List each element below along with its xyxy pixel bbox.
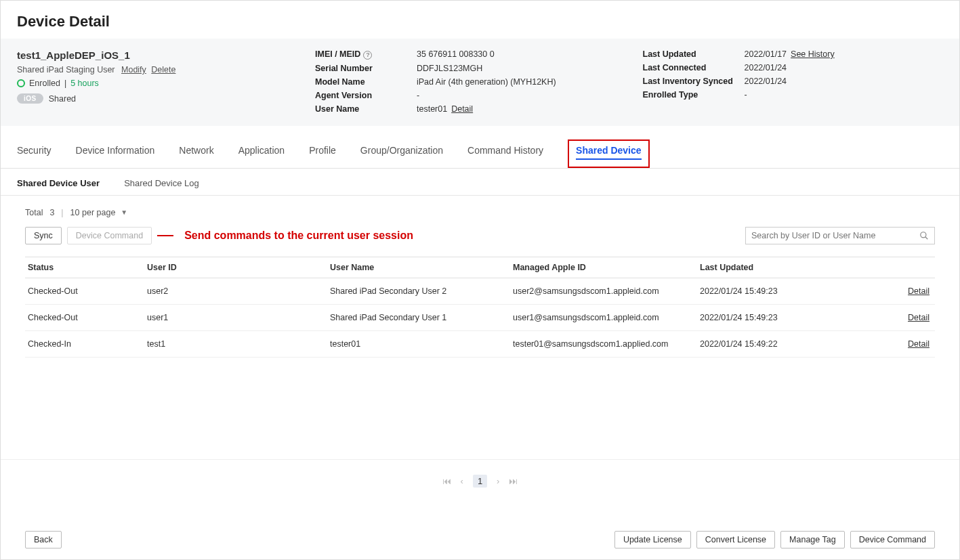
imei-value: 35 676911 008330 0 (417, 49, 495, 60)
col-detail (862, 263, 935, 272)
inventory-value: 2022/01/24 (745, 77, 787, 86)
tab-application[interactable]: Application (238, 138, 285, 168)
cell-apple-id: user2@samsungsdscom1.appleid.com (513, 286, 700, 296)
svg-point-0 (921, 232, 926, 237)
cell-user-id: test1 (147, 339, 330, 349)
device-summary: test1_AppleDEP_iOS_1 Shared iPad Staging… (1, 39, 959, 126)
page-next-icon[interactable]: › (497, 476, 499, 486)
tab-security[interactable]: Security (17, 138, 51, 168)
svg-line-1 (925, 236, 928, 239)
col-apple-id: Managed Apple ID (513, 263, 700, 272)
per-page-label: 10 per page (70, 208, 116, 217)
col-last-updated: Last Updated (700, 263, 862, 272)
os-badge: iOS (17, 93, 43, 104)
subtab-shared-device-log[interactable]: Shared Device Log (124, 178, 199, 188)
user-value: tester01 (417, 104, 447, 114)
page-first-icon[interactable]: ⏮ (442, 476, 451, 486)
callout-text: Send commands to the current user sessio… (184, 230, 413, 242)
staging-user: Shared iPad Staging User (17, 65, 115, 74)
col-status: Status (25, 263, 147, 272)
row-detail-link[interactable]: Detail (908, 313, 930, 322)
sub-tabs: Shared Device User Shared Device Log (1, 169, 959, 196)
help-icon[interactable]: ? (363, 51, 372, 60)
separator: | (64, 79, 66, 88)
footer-actions: Back Update License Convert License Mana… (1, 531, 959, 548)
table-header: Status User ID User Name Managed Apple I… (25, 257, 935, 278)
back-button[interactable]: Back (25, 531, 62, 548)
tab-device-information[interactable]: Device Information (76, 138, 155, 168)
col-user-name: User Name (330, 263, 513, 272)
sync-button[interactable]: Sync (25, 227, 62, 244)
search-box[interactable] (745, 227, 935, 244)
cell-apple-id: user1@samsungsdscom1.appleid.com (513, 313, 700, 322)
page-last-icon[interactable]: ⏭ (509, 476, 518, 486)
cell-last-updated: 2022/01/24 15:49:22 (700, 339, 862, 349)
enrolled-type-value: - (745, 90, 747, 100)
manage-tag-button[interactable]: Manage Tag (780, 531, 845, 548)
modify-link[interactable]: Modify (121, 65, 146, 74)
update-license-button[interactable]: Update License (614, 531, 691, 548)
delete-link[interactable]: Delete (151, 65, 175, 74)
callout-line (157, 235, 173, 236)
separator: | (61, 208, 63, 217)
enrolled-label: Enrolled (29, 79, 60, 88)
table-row: Checked-Outuser1Shared iPad Secondary Us… (25, 305, 935, 331)
search-input[interactable] (751, 231, 919, 240)
last-updated-value: 2022/01/17 (745, 49, 787, 59)
cell-user-name: Shared iPad Secondary User 2 (330, 286, 513, 296)
col-user-id: User ID (147, 263, 330, 272)
footer-device-command-button[interactable]: Device Command (850, 531, 935, 548)
total-label: Total (25, 208, 43, 217)
model-label: Model Name (315, 77, 417, 87)
shared-label: Shared (49, 94, 76, 104)
table-row: Checked-Intest1tester01tester01@samsungs… (25, 331, 935, 358)
tab-shared-device[interactable]: Shared Device (576, 145, 642, 160)
device-command-button[interactable]: Device Command (67, 227, 152, 244)
cell-user-name: tester01 (330, 339, 513, 349)
cell-user-id: user1 (147, 313, 330, 322)
cell-apple-id: tester01@samsungsdscom1.applied.com (513, 339, 700, 349)
convert-license-button[interactable]: Convert License (696, 531, 775, 548)
table-row: Checked-Outuser2Shared iPad Secondary Us… (25, 278, 935, 305)
row-detail-link[interactable]: Detail (908, 286, 930, 296)
row-detail-link[interactable]: Detail (908, 339, 930, 349)
model-value: iPad Air (4th generation) (MYH12KH) (417, 77, 556, 87)
last-connected-value: 2022/01/24 (745, 63, 787, 72)
page-title: Device Detail (1, 1, 959, 39)
user-detail-link[interactable]: Detail (451, 104, 473, 114)
user-table: Status User ID User Name Managed Apple I… (25, 257, 935, 358)
cell-status: Checked-In (25, 339, 147, 349)
subtab-shared-device-user[interactable]: Shared Device User (17, 178, 100, 188)
tab-network[interactable]: Network (179, 138, 213, 168)
last-connected-label: Last Connected (643, 63, 745, 72)
chevron-down-icon: ▼ (121, 209, 127, 216)
last-updated-label: Last Updated (643, 49, 745, 59)
see-history-link[interactable]: See History (791, 49, 835, 59)
enrolled-status-icon (17, 79, 25, 87)
per-page-selector[interactable]: 10 per page ▼ (70, 208, 128, 217)
cell-status: Checked-Out (25, 313, 147, 322)
agent-label: Agent Version (315, 91, 417, 100)
cell-last-updated: 2022/01/24 15:49:23 (700, 313, 862, 322)
main-tabs: Security Device Information Network Appl… (1, 138, 959, 169)
serial-label: Serial Number (315, 64, 417, 73)
cell-status: Checked-Out (25, 286, 147, 296)
agent-value: - (417, 91, 419, 100)
cell-user-id: user2 (147, 286, 330, 296)
imei-label: IMEI / MEID (315, 49, 360, 59)
serial-value: DDFJLS123MGH (417, 64, 482, 73)
cell-last-updated: 2022/01/24 15:49:23 (700, 286, 862, 296)
enrolled-age: 5 hours (70, 79, 99, 88)
user-label: User Name (315, 104, 417, 114)
cell-user-name: Shared iPad Secondary User 1 (330, 313, 513, 322)
page-prev-icon[interactable]: ‹ (461, 476, 463, 486)
enrolled-type-label: Enrolled Type (643, 90, 745, 100)
pagination: ⏮ ‹ 1 › ⏭ (1, 459, 959, 488)
tab-group-organization[interactable]: Group/Organization (360, 138, 443, 168)
tab-command-history[interactable]: Command History (467, 138, 543, 168)
tab-highlight-box: Shared Device (568, 139, 650, 168)
tab-profile[interactable]: Profile (309, 138, 336, 168)
search-icon (919, 231, 929, 240)
page-current[interactable]: 1 (473, 475, 487, 488)
inventory-label: Last Inventory Synced (643, 77, 745, 86)
